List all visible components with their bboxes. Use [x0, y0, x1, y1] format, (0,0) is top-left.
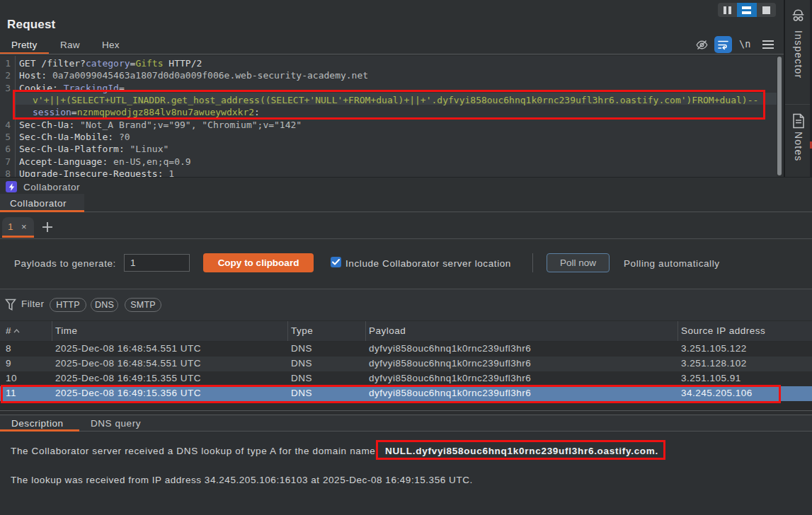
line-text: GET /filter?category=Gifts HTTP/2	[19, 57, 202, 69]
column-header-payload[interactable]: Payload	[369, 325, 406, 336]
filter-pill-smtp[interactable]: SMTP	[125, 298, 161, 312]
cell-ip: 3.251.128.102	[681, 358, 747, 369]
pane-layout-switcher	[718, 3, 776, 17]
rows-layout-icon	[742, 6, 751, 14]
cell-time: 2025-Dec-08 16:49:15.355 UTC	[55, 373, 201, 383]
include-location-checkbox[interactable]	[331, 257, 341, 267]
single-pane-icon	[762, 6, 770, 14]
collaborator-header: Collaborator	[6, 181, 80, 192]
request-line: 6Sec-Ch-Ua-Platform: "Linux"	[0, 143, 777, 155]
table-row-10[interactable]: 102025-Dec-08 16:49:15.355 UTCDNSdyfvyi8…	[0, 371, 812, 386]
column-separator[interactable]	[365, 321, 366, 341]
collaborator-panel: Collaborator Collaborator 1 × Payloads t…	[0, 177, 812, 289]
filter-pill-dns[interactable]: DNS	[91, 298, 118, 312]
include-location-label: Include Collaborator server location	[345, 258, 511, 269]
cell-num: 10	[6, 373, 17, 383]
collaborator-tab-divider	[0, 212, 812, 212]
copy-to-clipboard-button[interactable]: Copy to clipboard	[203, 253, 314, 272]
notes-tab-icon-wrap[interactable]	[785, 112, 811, 129]
line-text: Sec-Ch-Ua-Platform: "Linux"	[19, 143, 168, 155]
inspector-tab-icon-wrap[interactable]	[785, 8, 811, 23]
line-number: 8	[0, 168, 11, 177]
cell-ip: 3.251.105.122	[681, 343, 747, 354]
tab-raw[interactable]: Raw	[60, 37, 80, 53]
collaborator-tab-indicator	[0, 210, 84, 212]
collaborator-icon	[6, 181, 17, 192]
request-panel-title: Request	[7, 18, 55, 32]
payload-tab-number: 1	[8, 221, 13, 232]
description-line-1-prefix: The Collaborator server received a DNS l…	[11, 446, 379, 456]
payloads-count-input[interactable]	[124, 254, 190, 272]
request-line: 2Host: 0a7a0099045463a1807d0d0a009f006e.…	[0, 69, 777, 81]
poll-now-button[interactable]: Poll now	[547, 253, 610, 272]
show-newlines-icon[interactable]: \n	[739, 38, 751, 50]
cell-type: DNS	[291, 358, 312, 369]
column-header-type[interactable]: Type	[291, 325, 313, 336]
annotation-box-domain	[376, 440, 665, 460]
details-panel: Description DNS query The Collaborator s…	[0, 415, 812, 515]
cell-payload: dyfvyi858ouc6hnq1k0rnc239ufl3hr6	[369, 343, 531, 354]
annotation-box-selected-row	[1, 385, 781, 403]
cell-type: DNS	[291, 373, 312, 383]
tab-description[interactable]: Description	[11, 418, 64, 429]
layout-columns-button[interactable]	[718, 3, 737, 17]
line-text: Accept-Language: en-US,en;q=0.9	[19, 156, 191, 168]
sort-ascending-icon	[13, 329, 20, 333]
close-tab-icon[interactable]: ×	[21, 221, 27, 232]
interactions-table: # Time Type Payload Source IP address 82…	[0, 320, 812, 410]
annotation-box-payload	[13, 90, 765, 120]
filter-funnel-icon	[5, 299, 16, 311]
tab-pretty[interactable]: Pretty	[11, 37, 37, 53]
description-line-2: The lookup was received from IP address …	[11, 475, 473, 485]
cell-ip: 3.251.105.91	[681, 373, 741, 383]
line-number: 2	[0, 69, 11, 81]
cell-time: 2025-Dec-08 16:48:54.551 UTC	[55, 343, 201, 354]
note-icon	[791, 112, 806, 129]
dock-divider	[785, 104, 811, 105]
payload-tab-indicator	[2, 236, 34, 238]
request-panel: Request Pretty Raw Hex	[0, 0, 784, 177]
notes-tab-label: Notes	[793, 132, 804, 162]
cell-type: DNS	[291, 343, 312, 354]
soft-wrap-toggle[interactable]	[714, 36, 732, 53]
table-row-8[interactable]: 82025-Dec-08 16:48:54.551 UTCDNSdyfvyi85…	[0, 342, 812, 357]
table-header: # Time Type Payload Source IP address	[0, 321, 812, 341]
tab-collaborator[interactable]: Collaborator	[10, 198, 67, 209]
sidebar-item-notes[interactable]: Notes	[785, 132, 811, 165]
cell-num: 8	[6, 343, 11, 354]
collaborator-header-label: Collaborator	[23, 182, 80, 192]
layout-rows-button[interactable]	[737, 3, 756, 17]
sidebar-item-inspector[interactable]: Inspector	[785, 30, 811, 81]
table-row-9[interactable]: 92025-Dec-08 16:48:54.551 UTCDNSdyfvyi85…	[0, 357, 812, 371]
line-text: Sec-Ch-Ua-Mobile: ?0	[19, 131, 130, 143]
hide-nonprintable-icon[interactable]	[695, 38, 709, 52]
request-line: 8Upgrade-Insecure-Requests: 1	[0, 168, 777, 177]
request-tabs-divider	[0, 54, 784, 54]
tab-dns-query[interactable]: DNS query	[91, 418, 141, 429]
filter-pill-http[interactable]: HTTP	[50, 298, 86, 312]
line-number: 5	[0, 131, 11, 143]
column-header-number[interactable]: #	[6, 325, 11, 336]
column-separator[interactable]	[287, 321, 288, 341]
editor-scrollbar[interactable]	[777, 57, 782, 175]
request-view-tabs: Pretty Raw Hex	[0, 37, 784, 54]
column-header-source-ip[interactable]: Source IP address	[681, 325, 765, 336]
cell-payload: dyfvyi858ouc6hnq1k0rnc239ufl3hr6	[369, 373, 531, 383]
tab-hex[interactable]: Hex	[102, 37, 120, 53]
editor-menu-icon[interactable]	[762, 40, 774, 49]
cell-num: 9	[6, 358, 11, 369]
payloads-to-generate-label: Payloads to generate:	[14, 258, 116, 269]
column-separator[interactable]	[677, 321, 678, 341]
cell-time: 2025-Dec-08 16:48:54.551 UTC	[55, 358, 201, 369]
add-tab-button[interactable]	[42, 221, 53, 233]
collaborator-controls: Payloads to generate: Copy to clipboard …	[0, 239, 812, 289]
column-header-time[interactable]: Time	[55, 325, 78, 336]
column-separator[interactable]	[52, 321, 52, 341]
inspector-tab-label: Inspector	[793, 30, 804, 79]
layout-single-button[interactable]	[757, 3, 776, 17]
payload-tab-1[interactable]: 1 ×	[2, 217, 34, 238]
controls-separator	[532, 253, 533, 272]
line-number: 6	[0, 143, 11, 155]
line-text: Sec-Ch-Ua: "Not_A Brand";v="99", "Chromi…	[19, 119, 302, 131]
request-line: 1GET /filter?category=Gifts HTTP/2	[0, 57, 777, 69]
